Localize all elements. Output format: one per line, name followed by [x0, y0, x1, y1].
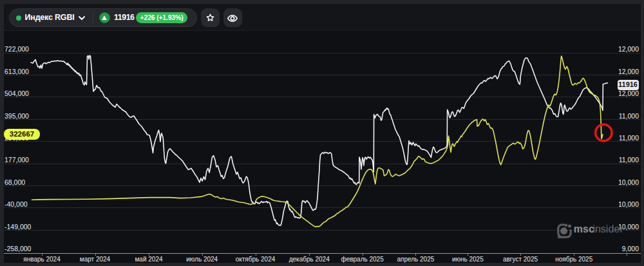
svg-text:msc: msc	[574, 223, 594, 234]
svg-text:insider: insider	[593, 223, 624, 234]
